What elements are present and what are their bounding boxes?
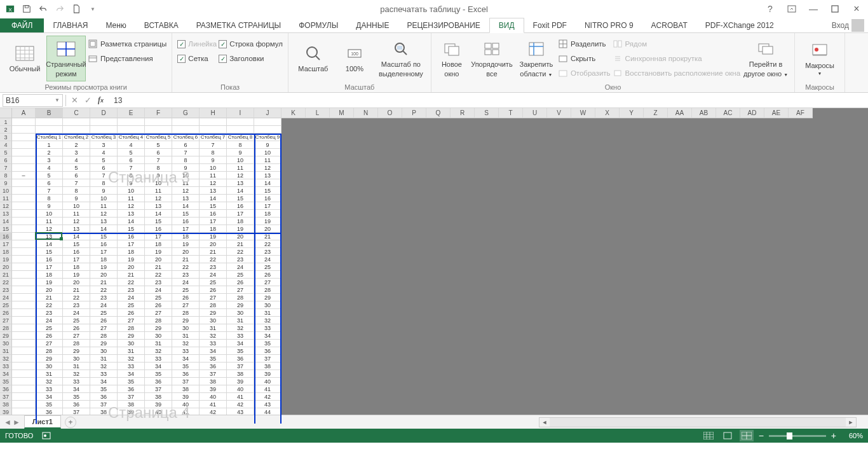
cell[interactable]: 11 bbox=[227, 164, 254, 172]
maximize-button[interactable] bbox=[826, 2, 844, 16]
cell[interactable]: 32 bbox=[118, 355, 145, 363]
row-header[interactable]: 13 bbox=[0, 210, 12, 218]
cell[interactable]: 26 bbox=[227, 279, 254, 286]
cell[interactable]: 4 bbox=[118, 141, 145, 149]
cell[interactable]: 32 bbox=[36, 378, 63, 385]
cell[interactable]: 14 bbox=[118, 218, 145, 225]
cell[interactable]: 15 bbox=[254, 187, 281, 195]
cell[interactable]: 5 bbox=[63, 164, 90, 172]
cell[interactable]: 42 bbox=[227, 401, 254, 408]
tab-page-layout[interactable]: РАЗМЕТКА СТРАНИЦЫ bbox=[187, 18, 290, 32]
cell[interactable]: 12 bbox=[200, 179, 227, 187]
cell[interactable]: 21 bbox=[63, 286, 90, 294]
cell[interactable]: 7 bbox=[145, 156, 172, 164]
cell[interactable]: 37 bbox=[227, 363, 254, 370]
cell[interactable]: 39 bbox=[172, 393, 200, 401]
redo-button[interactable] bbox=[52, 1, 67, 17]
cell[interactable]: 33 bbox=[227, 332, 254, 340]
cell[interactable]: 35 bbox=[172, 363, 200, 370]
cell[interactable]: 3 bbox=[90, 141, 118, 149]
close-button[interactable]: × bbox=[848, 2, 865, 16]
page-break-line[interactable] bbox=[254, 134, 255, 424]
row-header[interactable]: 15 bbox=[0, 225, 12, 233]
cell[interactable] bbox=[200, 118, 227, 126]
cell[interactable]: 2 bbox=[36, 149, 63, 156]
cell[interactable]: 25 bbox=[254, 263, 281, 271]
cell[interactable]: 22 bbox=[145, 271, 172, 279]
col-header[interactable]: W bbox=[571, 108, 595, 118]
cell[interactable] bbox=[12, 134, 36, 141]
cell[interactable]: 34 bbox=[200, 347, 227, 355]
cell[interactable]: 30 bbox=[254, 301, 281, 309]
headings-checkbox[interactable]: ✓Заголовки bbox=[219, 52, 283, 65]
cell[interactable]: 31 bbox=[200, 324, 227, 332]
col-header[interactable]: Y bbox=[620, 108, 644, 118]
cell[interactable]: 42 bbox=[254, 393, 281, 401]
cell[interactable]: 29 bbox=[227, 301, 254, 309]
cell[interactable]: 18 bbox=[36, 271, 63, 279]
pagebreak-view-icon[interactable] bbox=[740, 430, 754, 441]
cell[interactable]: 16 bbox=[63, 248, 90, 256]
cell[interactable] bbox=[145, 118, 172, 126]
cell[interactable]: 30 bbox=[118, 340, 145, 347]
save-button[interactable] bbox=[19, 1, 34, 17]
cell[interactable] bbox=[12, 164, 36, 172]
freeze-panes-button[interactable]: Закрепитьобласти ▼ bbox=[517, 36, 556, 81]
ribbon-options-button[interactable] bbox=[783, 2, 801, 16]
col-header[interactable]: AC bbox=[716, 108, 740, 118]
cell[interactable]: 15 bbox=[227, 195, 254, 202]
cell[interactable]: 36 bbox=[172, 370, 200, 378]
cell[interactable]: 23 bbox=[254, 248, 281, 256]
cell[interactable]: 17 bbox=[63, 256, 90, 263]
row-header[interactable]: 18 bbox=[0, 248, 12, 256]
cell[interactable]: 35 bbox=[200, 355, 227, 363]
cell[interactable]: 14 bbox=[227, 187, 254, 195]
row-header[interactable]: 5 bbox=[0, 149, 12, 156]
row-header[interactable]: 38 bbox=[0, 401, 12, 408]
cell[interactable]: 26 bbox=[63, 324, 90, 332]
cell[interactable]: 31 bbox=[63, 363, 90, 370]
row-header[interactable]: 12 bbox=[0, 202, 12, 210]
cell[interactable]: 12 bbox=[145, 195, 172, 202]
cell[interactable]: 18 bbox=[63, 263, 90, 271]
zoom-button[interactable]: Масштаб bbox=[294, 36, 333, 81]
cell[interactable]: 19 bbox=[90, 263, 118, 271]
cell[interactable]: 30 bbox=[145, 332, 172, 340]
cell[interactable] bbox=[12, 324, 36, 332]
cell[interactable]: 19 bbox=[36, 279, 63, 286]
cell[interactable]: 28 bbox=[90, 332, 118, 340]
cell[interactable]: 36 bbox=[254, 347, 281, 355]
cell[interactable]: 24 bbox=[200, 271, 227, 279]
formulabar-checkbox[interactable]: ✓Строка формул bbox=[219, 38, 283, 50]
cell[interactable]: 6 bbox=[63, 172, 90, 179]
cell[interactable]: 36 bbox=[227, 355, 254, 363]
cell[interactable]: 35 bbox=[145, 370, 172, 378]
cell[interactable]: 16 bbox=[172, 218, 200, 225]
cell[interactable]: 17 bbox=[227, 210, 254, 218]
cell[interactable] bbox=[227, 126, 254, 134]
cell[interactable]: 6 bbox=[118, 156, 145, 164]
cell[interactable]: 10 bbox=[254, 149, 281, 156]
cell[interactable]: 11 bbox=[90, 202, 118, 210]
cell[interactable]: 39 bbox=[200, 385, 227, 393]
cell[interactable]: 28 bbox=[118, 324, 145, 332]
cell[interactable] bbox=[12, 332, 36, 340]
help-button[interactable]: ? bbox=[761, 2, 779, 16]
cell[interactable]: 18 bbox=[227, 218, 254, 225]
cell[interactable]: 37 bbox=[172, 378, 200, 385]
row-header[interactable]: 33 bbox=[0, 363, 12, 370]
cell[interactable]: 27 bbox=[90, 324, 118, 332]
cell[interactable]: 5 bbox=[90, 156, 118, 164]
cell[interactable] bbox=[12, 156, 36, 164]
cell[interactable]: 33 bbox=[254, 324, 281, 332]
cell[interactable]: 21 bbox=[145, 263, 172, 271]
arrange-all-button[interactable]: Упорядочитьвсе bbox=[469, 36, 515, 81]
cell[interactable]: 18 bbox=[254, 210, 281, 218]
cell[interactable]: 24 bbox=[254, 256, 281, 263]
cell[interactable]: 31 bbox=[172, 332, 200, 340]
cell[interactable]: 37 bbox=[254, 355, 281, 363]
cell[interactable]: 36 bbox=[90, 393, 118, 401]
col-header[interactable]: V bbox=[547, 108, 571, 118]
tab-home[interactable]: ГЛАВНАЯ bbox=[44, 18, 97, 32]
cell[interactable]: 4 bbox=[90, 149, 118, 156]
